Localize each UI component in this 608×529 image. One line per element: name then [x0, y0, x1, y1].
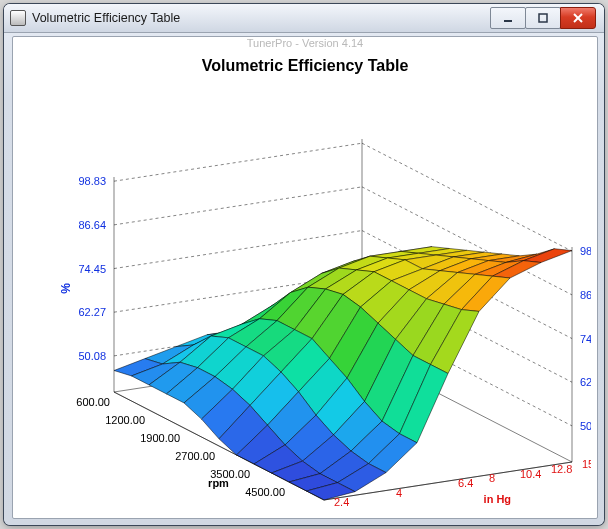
svg-text:50.08: 50.08: [580, 420, 591, 432]
app-window: Volumetric Efficiency Table TunerPro - V…: [4, 4, 604, 525]
svg-line-6: [114, 231, 362, 269]
svg-line-7: [114, 187, 362, 225]
svg-text:1900.00: 1900.00: [140, 432, 180, 444]
svg-text:98.83: 98.83: [78, 175, 106, 187]
chart-3d-surface[interactable]: 50.0862.2774.4586.6498.8350.0862.2774.45…: [19, 87, 591, 507]
svg-rect-1: [539, 14, 547, 22]
svg-text:rpm: rpm: [208, 477, 229, 489]
client-area: TunerPro - Version 4.14 Volumetric Effic…: [12, 36, 598, 519]
svg-text:86.64: 86.64: [78, 219, 106, 231]
svg-text:4: 4: [396, 487, 402, 499]
app-icon: [10, 10, 26, 26]
svg-text:600.00: 600.00: [76, 396, 110, 408]
window-title: Volumetric Efficiency Table: [32, 11, 180, 25]
svg-text:6.4: 6.4: [458, 477, 473, 489]
title-bar[interactable]: Volumetric Efficiency Table: [4, 4, 604, 33]
svg-line-8: [114, 143, 362, 181]
svg-text:in Hg: in Hg: [484, 493, 512, 505]
svg-text:8: 8: [489, 472, 495, 484]
svg-text:2700.00: 2700.00: [175, 450, 215, 462]
svg-text:62.27: 62.27: [580, 376, 591, 388]
svg-text:10.4: 10.4: [520, 468, 541, 480]
window-buttons: [491, 7, 596, 29]
svg-text:86.64: 86.64: [580, 289, 591, 301]
svg-text:74.45: 74.45: [78, 263, 106, 275]
svg-text:15.3: 15.3: [582, 458, 591, 470]
maximize-button[interactable]: [525, 7, 561, 29]
svg-text:12.8: 12.8: [551, 463, 572, 475]
svg-text:%: %: [59, 283, 73, 294]
svg-text:1200.00: 1200.00: [105, 414, 145, 426]
svg-text:62.27: 62.27: [78, 306, 106, 318]
svg-text:74.45: 74.45: [580, 333, 591, 345]
svg-line-13: [362, 143, 572, 251]
minimize-button[interactable]: [490, 7, 526, 29]
chart-title: Volumetric Efficiency Table: [13, 57, 597, 75]
background-app-caption: TunerPro - Version 4.14: [13, 37, 597, 55]
svg-text:98.83: 98.83: [580, 245, 591, 257]
svg-text:2.4: 2.4: [334, 496, 349, 507]
close-button[interactable]: [560, 7, 596, 29]
svg-text:50.08: 50.08: [78, 350, 106, 362]
svg-text:4500.00: 4500.00: [245, 486, 285, 498]
